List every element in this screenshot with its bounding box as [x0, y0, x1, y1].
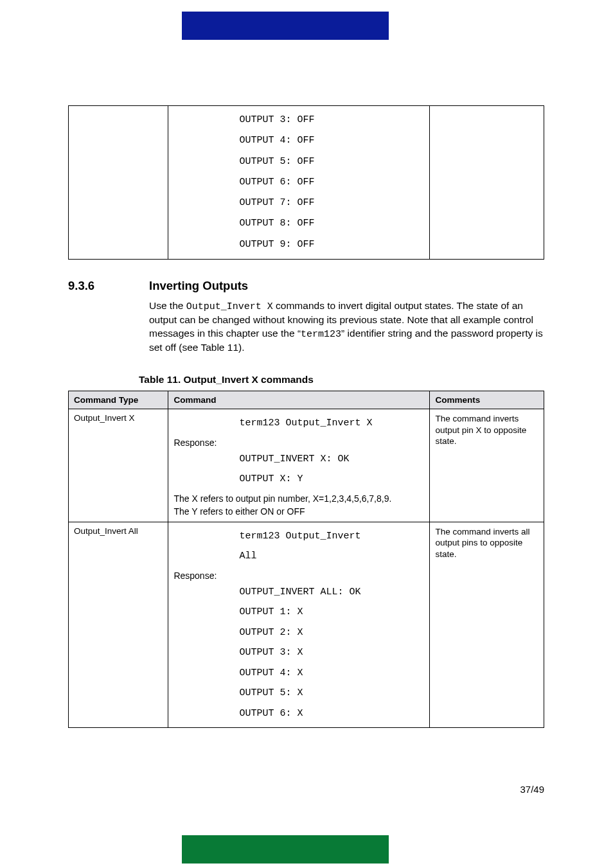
page-number: 37/49 — [520, 784, 544, 795]
top-code-block: OUTPUT 3: OFF OUTPUT 4: OFF OUTPUT 5: OF… — [173, 110, 424, 255]
table11-header-comments: Comments — [430, 391, 544, 409]
page: OUTPUT 3: OFF OUTPUT 4: OFF OUTPUT 5: OF… — [0, 0, 613, 868]
footer-bar — [182, 835, 389, 864]
top-table: OUTPUT 3: OFF OUTPUT 4: OFF OUTPUT 5: OF… — [68, 105, 544, 260]
table11-header-command: Command — [168, 391, 430, 409]
section-title: Inverting Outputs — [149, 279, 248, 293]
top-table-cell-3 — [430, 106, 544, 260]
response-label: Response: — [173, 567, 424, 582]
top-table-cell-1 — [69, 106, 168, 260]
para-code-1: Output_Invert X — [186, 301, 273, 312]
response-lines: OUTPUT_INVERT X: OK OUTPUT X: Y — [173, 449, 424, 490]
cell-comments: The command inverts all output pins to o… — [430, 522, 544, 728]
table11-header-command-type: Command Type — [69, 391, 168, 409]
cell-comments: The command inverts output pin X to oppo… — [430, 409, 544, 522]
response-label: Response: — [173, 434, 424, 449]
response-lines: OUTPUT_INVERT ALL: OK OUTPUT 1: X OUTPUT… — [173, 582, 424, 724]
cell-command-type: Output_Invert X — [69, 409, 168, 522]
table-row: Output_Invert X term123 Output_Invert X … — [69, 409, 544, 522]
cell-command: term123 Output_Invert All Response: OUTP… — [168, 522, 430, 728]
table11-header-row: Command Type Command Comments — [69, 391, 544, 409]
para-code-2: term123 — [301, 329, 341, 340]
table11: Command Type Command Comments Output_Inv… — [68, 391, 544, 728]
cmd-line: term123 Output_Invert All — [173, 526, 424, 567]
section-number: 9.3.6 — [68, 279, 149, 293]
table-row: Output_Invert All term123 Output_Invert … — [69, 522, 544, 728]
para-text-1: Use the — [149, 300, 186, 311]
top-table-cell-2: OUTPUT 3: OFF OUTPUT 4: OFF OUTPUT 5: OF… — [168, 106, 430, 260]
table11-caption: Table 11. Output_Invert X commands — [139, 374, 544, 385]
header-bar — [182, 12, 389, 40]
note-line-1: The X refers to output pin number, X=1,2… — [173, 490, 424, 504]
section-paragraph: Use the Output_Invert X commands to inve… — [149, 299, 544, 355]
cmd-line: term123 Output_Invert X — [173, 413, 424, 434]
cell-command-type: Output_Invert All — [69, 522, 168, 728]
section-heading-row: 9.3.6 Inverting Outputs — [68, 279, 544, 293]
note-line-2: The Y refers to either ON or OFF — [173, 504, 424, 518]
cell-command: term123 Output_Invert X Response: OUTPUT… — [168, 409, 430, 522]
content-area: OUTPUT 3: OFF OUTPUT 4: OFF OUTPUT 5: OF… — [68, 105, 544, 728]
